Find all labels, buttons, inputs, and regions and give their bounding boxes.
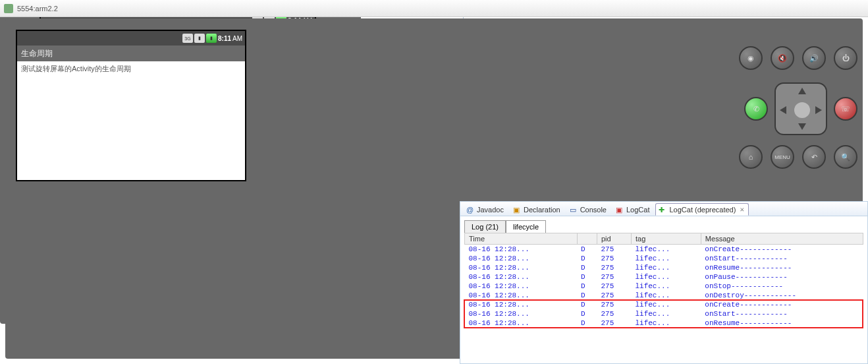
icon-3g: 3G <box>182 34 193 43</box>
emulator-portrait-window: 5554:arm2.2 3G ▮ ▮ 8:11 AM 生命周期 测试旋转屏幕的A… <box>0 0 464 198</box>
view-tab-declaration[interactable]: ▣Declaration <box>510 204 565 216</box>
device-screen-right: 3G ▮ ▮ 8:11 AM 生命周期 测试旋转屏幕的Activity的生命周期 <box>16 30 246 181</box>
call-button[interactable]: ✆ <box>744 97 768 121</box>
vol-down-button[interactable]: 🔇 <box>771 46 794 70</box>
log-row[interactable]: 08-16 12:28...D275lifec...onCreate------… <box>465 245 863 255</box>
menu-button[interactable]: MENU <box>771 145 794 169</box>
log-filter-tab-0[interactable]: Log (21) <box>464 220 506 233</box>
android-icon <box>4 4 13 13</box>
tab-icon: @ <box>466 206 474 214</box>
view-tab-logcat[interactable]: ▣LogCat <box>612 204 654 216</box>
dpad[interactable] <box>774 82 827 135</box>
status-ampm: AM <box>232 35 242 42</box>
hw-row-bot: ⌂ MENU ↶ 🔍 <box>739 145 857 169</box>
activity-title: 生命周期 <box>17 46 245 61</box>
status-time: 8:11 <box>218 35 231 42</box>
col-Message[interactable]: Message <box>701 233 863 245</box>
tab-icon: ▣ <box>616 206 624 214</box>
view-tab-logcat-deprecated-[interactable]: ✚LogCat (deprecated)✕ <box>655 203 749 216</box>
col-tag[interactable]: tag <box>631 233 701 245</box>
col-level[interactable] <box>577 233 597 245</box>
tab-icon: ▣ <box>513 206 521 214</box>
window-title: 5554:arm2.2 <box>17 5 58 13</box>
vol-up-button[interactable]: 🔊 <box>802 46 826 70</box>
col-pid[interactable]: pid <box>597 233 632 245</box>
tab-icon: ✚ <box>659 206 666 214</box>
eclipse-view: @Javadoc▣Declaration▭Console▣LogCat✚LogC… <box>460 201 868 364</box>
view-tab-bar: @Javadoc▣Declaration▭Console▣LogCat✚LogC… <box>460 202 867 216</box>
home-button[interactable]: ⌂ <box>739 145 763 169</box>
col-Time[interactable]: Time <box>465 233 578 245</box>
log-row[interactable]: 08-16 12:28...D275lifec...onDestroy-----… <box>465 291 863 300</box>
signal-icon: ▮ <box>194 34 205 43</box>
window-titlebar[interactable]: 5554:arm2.2 <box>0 0 868 17</box>
tab-icon: ▭ <box>570 206 578 214</box>
hw-row-mid: ✆ ☏ <box>744 82 857 135</box>
log-row[interactable]: 08-16 12:28...D275lifec...onResume------… <box>465 263 863 272</box>
log-row[interactable]: 08-16 12:28...D275lifec...onStart-------… <box>465 254 863 263</box>
log-row[interactable]: 08-16 12:28...D275lifec...onStop--------… <box>465 282 863 291</box>
search-button[interactable]: 🔍 <box>834 145 857 169</box>
log-row[interactable]: 08-16 12:28...D275lifec...onPause-------… <box>465 272 863 282</box>
log-row[interactable]: 08-16 12:28...D275lifec...onResume------… <box>465 318 863 328</box>
logcat-inner-tabs: Log (21)lifecycle <box>460 216 867 233</box>
status-bar: 3G ▮ ▮ 8:11 AM <box>17 31 245 46</box>
log-row[interactable]: 08-16 12:28...D275lifec...onCreate------… <box>465 300 863 309</box>
close-icon[interactable]: ✕ <box>740 205 744 214</box>
view-tab-javadoc[interactable]: @Javadoc <box>463 204 508 216</box>
logcat-table: TimepidtagMessage 08-16 12:28...D275life… <box>464 233 863 328</box>
end-call-button[interactable]: ☏ <box>834 97 857 121</box>
hw-button-grid: ◉ 🔇 🔊 ⏻ <box>739 46 857 70</box>
view-tab-console[interactable]: ▭Console <box>566 204 611 216</box>
back-button[interactable]: ↶ <box>802 145 826 169</box>
camera-button[interactable]: ◉ <box>739 46 763 70</box>
power-button[interactable]: ⏻ <box>834 46 857 70</box>
log-filter-tab-1[interactable]: lifecycle <box>506 220 546 233</box>
log-row[interactable]: 08-16 12:28...D275lifec...onStart-------… <box>465 309 863 318</box>
activity-body: 测试旋转屏幕的Activity的生命周期 <box>17 61 245 76</box>
battery-icon: ▮ <box>206 34 217 43</box>
